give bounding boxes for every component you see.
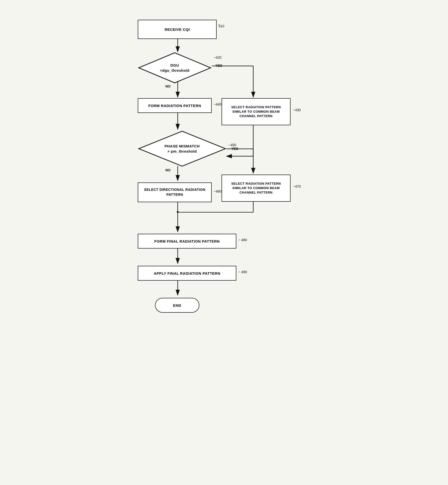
phase-mismatch-label: PHASE MISMATCH> pm_threshold — [165, 144, 200, 154]
node-select-radiation-470: SELECT RADIATION PATTERN SIMILAR TO COMM… — [222, 175, 291, 202]
ref-470: ~470 — [293, 184, 301, 188]
ref-440: ~440 — [214, 102, 222, 106]
node-select-directional-460: SELECT DIRECTIONAL RADIATION PATTERN — [138, 182, 212, 202]
no-label-1: NO — [165, 84, 171, 88]
ref-460: ~460 — [214, 189, 222, 193]
ref-480: ~ 480 — [238, 238, 247, 242]
yes-label-1: YES — [215, 64, 222, 68]
node-select-radiation-430: SELECT RADIATION PATTERN SIMILAR TO COMM… — [222, 98, 291, 125]
ref-490: ~ 490 — [238, 270, 247, 274]
flowchart-diagram: RECEIVE CQI 410 ~ DGU>dgu_threshold ~420… — [123, 10, 325, 454]
dgu-label: DGU>dgu_threshold — [160, 63, 190, 73]
yes-label-2: YES — [231, 147, 238, 151]
node-apply-final-490: APPLY FINAL RADIATION PATTERN — [138, 266, 236, 281]
node-form-final-480: FORM FINAL RADIATION PATTERN — [138, 234, 236, 249]
node-dgu-diamond: DGU>dgu_threshold — [138, 52, 212, 84]
svg-marker-19 — [176, 211, 179, 214]
ref-420: ~420 — [214, 55, 222, 59]
node-end: END — [155, 298, 199, 313]
ref-450: ~450 — [228, 143, 236, 147]
node-form-radiation-440: FORM RADIATION PATTERN — [138, 98, 212, 113]
no-label-2: NO — [165, 168, 171, 172]
ref-430: ~430 — [293, 108, 301, 112]
node-phase-mismatch-diamond: PHASE MISMATCH> pm_threshold — [138, 130, 226, 167]
node-receive-cqi: RECEIVE CQI — [138, 20, 217, 39]
